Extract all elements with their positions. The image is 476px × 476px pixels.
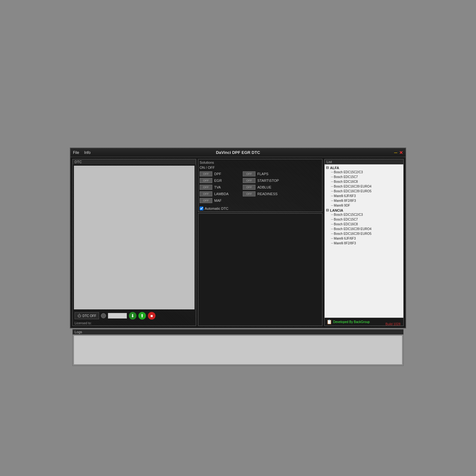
middle-panel: Solutions ON / OFF OFF DPF OFF EGR OFF T… [198,159,322,326]
toggle-row: OFF EGR [200,178,236,183]
menu-bar: File Info [73,150,90,155]
toggles-grid: OFF DPF OFF EGR OFF TVA OFF LAMBDA OFF M… [200,171,321,205]
solutions-empty-box [198,213,322,326]
auto-dtc-checkbox[interactable] [200,207,203,210]
text-input[interactable] [108,313,127,319]
logs-label: Logs [73,329,403,334]
toggle-label-dpf: DPF [214,172,236,176]
app-window: File Info DaVinci DPF EGR DTC ─ ✕ DTC ⏻ … [70,148,406,328]
right-panel: List ⊟ALFABosch EDC15C2/C3Bosch EDC15C7B… [324,159,404,326]
app-title: DaVinci DPF EGR DTC [216,150,260,155]
list-item[interactable]: Bosch EDC16C39 EURO5 [326,232,402,236]
power-icon: ⏻ [77,314,81,318]
toggle-row: OFF ADBLUE [243,185,280,190]
toggle-row: OFF DPF [200,171,236,176]
on-off-header: ON / OFF [200,166,321,169]
list-icon: 📋 [327,319,332,324]
toggle-button-flaps[interactable]: OFF [243,171,255,176]
list-item[interactable]: Bosch EDC16C39 EURO4 [326,227,402,231]
dtc-controls: ⏻ DTC OFF ⬇ ⬆ ⏹ [73,311,196,321]
list-item[interactable]: Marelli 9DF [326,203,402,208]
toggle-label-adblue: ADBLUE [257,185,280,189]
list-item[interactable]: Marelli 6JF/6F3 [326,236,402,241]
main-content: DTC ⏻ DTC OFF ⬇ ⬆ ⏹ Licensed to: [70,157,406,328]
dtc-section: DTC ⏻ DTC OFF ⬇ ⬆ ⏹ Licensed to: [72,159,196,326]
toggle-label-maf: MAF [214,199,236,202]
toggle-row: OFF TVA [200,185,236,190]
auto-dtc-row: Automatic DTC [200,207,321,210]
list-item[interactable]: Marelli 6JF/6F3 [326,194,402,198]
logs-section: Logs [72,329,404,366]
menu-info[interactable]: Info [84,150,90,155]
tree-group-label: ⊟ALFA [326,166,402,170]
toggle-label-flaps: FLAPS [257,172,280,176]
list-item[interactable]: Bosch EDC15C2/C3 [326,213,402,217]
left-panel: DTC ⏻ DTC OFF ⬇ ⬆ ⏹ Licensed to: [72,159,196,326]
tree-group-label: ⊟LANCIA [326,208,402,212]
download-button[interactable]: ⬇ [129,312,136,320]
solutions-section: Solutions ON / OFF OFF DPF OFF EGR OFF T… [198,159,322,212]
list-item[interactable]: Bosch EDC16C8 [326,180,402,184]
toggles-left: OFF DPF OFF EGR OFF TVA OFF LAMBDA OFF M… [200,171,236,205]
toggle-button-lambda[interactable]: OFF [200,191,212,196]
minimize-button[interactable]: ─ [394,150,397,155]
menu-file[interactable]: File [73,150,79,155]
title-bar: File Info DaVinci DPF EGR DTC ─ ✕ [70,148,406,157]
toggle-button-readiness[interactable]: OFF [243,191,255,196]
list-item[interactable]: Marelli 8F2/8F3 [326,199,402,203]
toggle-button-maf[interactable]: OFF [200,198,212,203]
toggle-label-egr: EGR [214,179,236,182]
toggles-right: OFF FLAPS OFF START\STOP OFF ADBLUE OFF … [243,171,280,205]
list-item[interactable]: Marelli 8F2/8F3 [326,241,402,246]
list-item[interactable]: Bosch EDC16C8 [326,222,402,227]
tree-group-alfa[interactable]: ⊟ALFA [326,166,402,170]
toggle-row: OFF READINESS [243,191,280,196]
toggle-button-dpf[interactable]: OFF [200,171,212,176]
toggle-label-readiness: READINESS [257,192,280,196]
list-item[interactable]: Bosch EDC15C7 [326,175,402,179]
build-info: Build 1028 [383,322,403,327]
toggle-button-adblue[interactable]: OFF [243,185,255,190]
list-item[interactable]: Bosch EDC15C2/C3 [326,170,402,175]
upload-button[interactable]: ⬆ [138,312,146,320]
gear-icon[interactable] [101,313,106,318]
toggle-row: OFF MAF [200,198,236,203]
dtc-display [74,166,195,309]
tree-group-lancia[interactable]: ⊟LANCIA [326,208,402,212]
toggle-label-start-stop: START\STOP [257,179,280,182]
toggle-row: OFF LAMBDA [200,191,236,196]
toggle-button-tva[interactable]: OFF [200,185,212,190]
list-label: List [325,159,403,164]
toggle-button-start-stop[interactable]: OFF [243,178,255,183]
toggle-row: OFF FLAPS [243,171,280,176]
dtc-label: DTC [73,159,196,164]
list-item[interactable]: Bosch EDC16C39 EURO4 [326,184,402,189]
dtc-off-button[interactable]: ⏻ DTC OFF [75,312,99,319]
stop-button[interactable]: ⏹ [148,312,155,320]
developed-by: Developed By BackGroup [333,320,370,324]
toggle-button-egr[interactable]: OFF [200,178,212,183]
logs-display [74,336,402,364]
list-item[interactable]: Bosch EDC16C39 EURO5 [326,189,402,194]
list-section: List ⊟ALFABosch EDC15C2/C3Bosch EDC15C7B… [324,159,404,326]
toggle-row: OFF START\STOP [243,178,280,183]
solutions-label: Solutions [200,161,321,164]
list-item[interactable]: Bosch EDC15C7 [326,217,402,222]
window-controls: ─ ✕ [394,150,403,155]
close-button[interactable]: ✕ [399,150,403,155]
auto-dtc-label: Automatic DTC [205,207,228,210]
logs-wrapper: Logs [70,329,406,368]
licensed-to: Licensed to: [73,321,196,326]
toggle-label-lambda: LAMBDA [214,192,236,196]
list-content[interactable]: ⊟ALFABosch EDC15C2/C3Bosch EDC15C7Bosch … [325,164,403,318]
toggle-label-tva: TVA [214,185,236,189]
